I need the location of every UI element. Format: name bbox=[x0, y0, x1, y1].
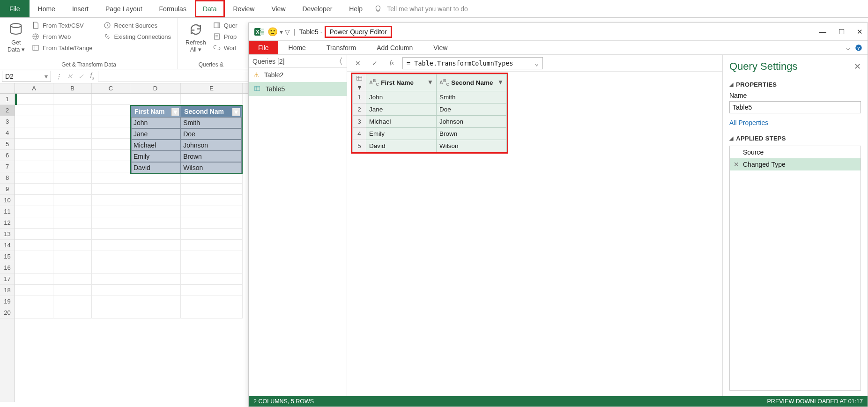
cell[interactable] bbox=[53, 184, 92, 195]
table-row[interactable]: 2JaneDoe bbox=[353, 104, 507, 116]
cell[interactable] bbox=[130, 296, 181, 307]
collapse-pane-icon[interactable]: 〈 bbox=[334, 56, 343, 67]
cell[interactable] bbox=[15, 94, 53, 105]
qat-overflow-icon[interactable]: ▽ bbox=[285, 28, 290, 36]
name-box[interactable]: D2▾ bbox=[2, 71, 51, 82]
ribbon-expand-icon[interactable]: ⌵ bbox=[846, 44, 850, 52]
row-header[interactable]: 20 bbox=[0, 307, 15, 318]
cell[interactable] bbox=[53, 105, 92, 116]
table-row[interactable]: JaneDoe bbox=[131, 128, 242, 140]
excel-tab-help[interactable]: Help bbox=[341, 0, 371, 17]
existing-connections-button[interactable]: Existing Connections bbox=[100, 31, 174, 42]
col-A[interactable]: A bbox=[15, 83, 53, 93]
cell[interactable] bbox=[53, 206, 92, 217]
row-number[interactable]: 3 bbox=[353, 116, 366, 128]
cell[interactable] bbox=[53, 285, 92, 296]
cell[interactable] bbox=[53, 251, 92, 262]
cell[interactable] bbox=[92, 296, 130, 307]
namebox-more-icon[interactable]: ⋮ bbox=[53, 73, 64, 80]
query-item[interactable]: ⚠Table2 bbox=[249, 68, 347, 82]
cell[interactable] bbox=[92, 307, 130, 318]
row-header[interactable]: 4 bbox=[0, 127, 15, 139]
cell[interactable] bbox=[130, 94, 181, 105]
table-cell[interactable]: Brown bbox=[181, 151, 242, 162]
row-header[interactable]: 15 bbox=[0, 251, 15, 262]
col-E[interactable]: E bbox=[181, 83, 243, 93]
excel-tab-view[interactable]: View bbox=[263, 0, 294, 17]
table-row[interactable]: 1JohnSmith bbox=[353, 91, 507, 104]
cell[interactable] bbox=[53, 229, 92, 240]
cell[interactable] bbox=[53, 139, 92, 150]
table-row[interactable]: 3MichaelJohnson bbox=[353, 116, 507, 128]
cell[interactable] bbox=[53, 94, 92, 105]
cell[interactable] bbox=[53, 240, 92, 251]
table-header-first-name[interactable]: First Nam▼ bbox=[131, 106, 181, 117]
row-header[interactable]: 17 bbox=[0, 274, 15, 285]
filter-dropdown-icon[interactable]: ▼ bbox=[171, 108, 179, 116]
row-header[interactable]: 2 bbox=[0, 105, 15, 116]
pq-tab-view[interactable]: View bbox=[423, 41, 458, 54]
cell[interactable] bbox=[130, 274, 181, 285]
table-cell[interactable]: David bbox=[131, 162, 181, 173]
table-cell[interactable]: Emily bbox=[366, 128, 437, 140]
cell[interactable] bbox=[92, 285, 130, 296]
queries-connections-button[interactable]: Quer bbox=[210, 20, 240, 31]
cell[interactable] bbox=[92, 217, 130, 229]
row-header[interactable]: 11 bbox=[0, 206, 15, 217]
cell[interactable] bbox=[130, 217, 181, 229]
cell[interactable] bbox=[53, 195, 92, 206]
cell[interactable] bbox=[15, 150, 53, 161]
maximize-icon[interactable]: ☐ bbox=[838, 28, 845, 36]
table-cell[interactable]: Johnson bbox=[181, 140, 242, 151]
pq-tab-home[interactable]: Home bbox=[278, 41, 316, 54]
select-all-corner[interactable] bbox=[0, 83, 15, 94]
excel-tab-review[interactable]: Review bbox=[225, 0, 263, 17]
cell[interactable] bbox=[181, 251, 243, 262]
cell[interactable] bbox=[53, 161, 92, 172]
cell[interactable] bbox=[92, 105, 130, 116]
applied-step[interactable]: ✕Source bbox=[730, 146, 861, 158]
row-header[interactable]: 5 bbox=[0, 139, 15, 150]
cell[interactable] bbox=[181, 240, 243, 251]
table-cell[interactable]: John bbox=[131, 117, 181, 128]
applied-step[interactable]: ✕Changed Type bbox=[730, 158, 861, 170]
cell[interactable] bbox=[15, 296, 53, 307]
cell[interactable] bbox=[15, 127, 53, 139]
query-name-input[interactable]: Table5 bbox=[729, 101, 861, 113]
cell[interactable] bbox=[15, 274, 53, 285]
row-header[interactable]: 1 bbox=[0, 94, 15, 105]
cell[interactable] bbox=[130, 206, 181, 217]
filter-dropdown-icon[interactable]: ▼ bbox=[232, 108, 240, 116]
excel-tab-page-layout[interactable]: Page Layout bbox=[97, 0, 151, 17]
cell[interactable] bbox=[130, 285, 181, 296]
table-cell[interactable]: Wilson bbox=[437, 140, 507, 152]
cell[interactable] bbox=[92, 150, 130, 161]
cell[interactable] bbox=[15, 307, 53, 318]
pq-col-first-name[interactable]: ABCFirst Name▼ bbox=[366, 74, 437, 91]
pq-tab-file[interactable]: File bbox=[249, 41, 278, 54]
table-cell[interactable]: Michael bbox=[366, 116, 437, 128]
close-settings-icon[interactable]: ✕ bbox=[854, 61, 861, 72]
excel-tab-formulas[interactable]: Formulas bbox=[151, 0, 195, 17]
col-D[interactable]: D bbox=[130, 83, 181, 93]
cell[interactable] bbox=[130, 240, 181, 251]
table-row[interactable]: EmilyBrown bbox=[131, 151, 242, 162]
row-header[interactable]: 3 bbox=[0, 116, 15, 127]
cancel-formula-icon[interactable]: ✕ bbox=[64, 73, 75, 80]
row-header[interactable]: 14 bbox=[0, 240, 15, 251]
minimize-icon[interactable]: — bbox=[819, 28, 826, 36]
close-icon[interactable]: ✕ bbox=[857, 28, 863, 36]
cell[interactable] bbox=[130, 262, 181, 274]
cell[interactable] bbox=[181, 94, 243, 105]
cell[interactable] bbox=[92, 274, 130, 285]
cell[interactable] bbox=[92, 251, 130, 262]
cell[interactable] bbox=[130, 251, 181, 262]
table-cell[interactable]: Michael bbox=[131, 140, 181, 151]
excel-table[interactable]: First Nam▼ Second Nam▼ JohnSmithJaneDoeM… bbox=[130, 105, 243, 174]
row-header[interactable]: 12 bbox=[0, 217, 15, 229]
row-header[interactable]: 13 bbox=[0, 229, 15, 240]
cell[interactable] bbox=[181, 184, 243, 195]
table-row[interactable]: 5DavidWilson bbox=[353, 140, 507, 152]
pq-tab-add-column[interactable]: Add Column bbox=[366, 41, 423, 54]
cell[interactable] bbox=[15, 217, 53, 229]
